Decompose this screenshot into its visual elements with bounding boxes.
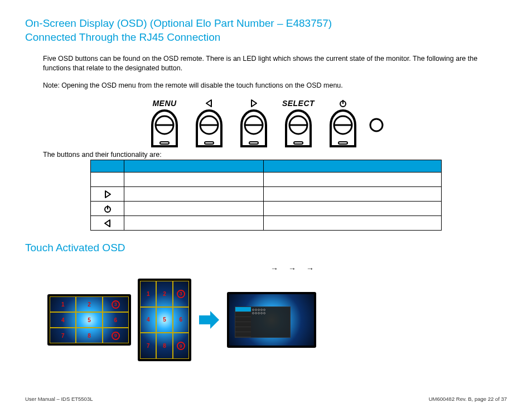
table-header-row — [91, 160, 442, 173]
grid-cell: 9 — [173, 333, 189, 359]
table-row — [91, 202, 442, 216]
grid-cell: 5 — [76, 312, 102, 328]
power-icon — [91, 202, 124, 216]
grid-cell: 8 — [76, 328, 102, 343]
grid-cell: 2 — [76, 296, 102, 312]
monitor-landscape-grid: 1 2 3 4 5 6 7 8 9 — [47, 294, 131, 346]
osd-menu-panel — [235, 306, 291, 338]
heading-line2: Connected Through the RJ45 Connection — [25, 31, 220, 43]
touch-osd-illustration: 1 2 3 4 5 6 7 8 9 1 2 3 4 5 6 7 8 — [47, 279, 507, 361]
triangle-right-icon — [91, 187, 124, 202]
grid-cell: 5 — [156, 307, 172, 333]
table-intro: The buttons and their functionality are: — [43, 151, 507, 159]
button-function-table — [90, 160, 442, 231]
circled-3: 3 — [112, 300, 120, 309]
circled-3: 3 — [177, 290, 185, 298]
svg-rect-8 — [249, 142, 258, 144]
osd-button-shape — [282, 108, 315, 147]
osd-button-shape — [148, 108, 181, 147]
svg-rect-5 — [205, 142, 214, 144]
grid-cell: 8 — [156, 333, 172, 359]
led-circle-icon — [369, 108, 386, 147]
osd-button-shape — [192, 108, 226, 147]
osd-left-button — [190, 98, 229, 147]
osd-side-menu — [235, 307, 251, 337]
grid-cell: 7 — [140, 333, 156, 359]
svg-rect-11 — [294, 142, 303, 144]
circled-9: 9 — [177, 342, 185, 350]
footer-left: User Manual – IDS ET5503L — [25, 396, 93, 402]
grid-cell: 1 — [50, 296, 76, 312]
table-row — [91, 187, 442, 202]
grid-cell: 4 — [50, 312, 76, 328]
grid-cell: 6 — [173, 307, 189, 333]
grid-cell: 7 — [50, 328, 76, 343]
touch-grid: 1 2 3 4 5 6 7 8 9 — [50, 296, 129, 343]
osd-select-button: SELECT — [279, 98, 318, 147]
arrow-sequence: → → → — [270, 264, 507, 273]
osd-button-shape — [326, 108, 360, 147]
grid-cell: 9 — [103, 328, 129, 343]
big-arrow-icon — [198, 309, 220, 331]
osd-menu-button: MENU — [145, 98, 184, 147]
monitor-osd-shown — [227, 292, 316, 348]
grid-cell: 3 — [173, 281, 189, 307]
power-icon — [338, 98, 347, 108]
triangle-right-icon — [250, 98, 258, 108]
osd-right-button — [234, 98, 273, 147]
intro-paragraph: Five OSD buttons can be found on the OSD… — [43, 54, 507, 73]
svg-point-17 — [370, 119, 383, 131]
note-paragraph: Note: Opening the OSD menu from the remo… — [43, 81, 507, 90]
osd-main-panel — [251, 307, 290, 337]
arrow-right-icon: → — [288, 264, 296, 273]
menu-label: MENU — [152, 98, 176, 108]
grid-cell: 2 — [156, 281, 172, 307]
osd-led-indicator — [368, 98, 387, 147]
touch-grid: 1 2 3 4 5 6 7 8 9 — [140, 281, 189, 359]
select-label: SELECT — [282, 98, 315, 108]
grid-cell: 3 — [103, 296, 129, 312]
page-footer: User Manual – IDS ET5503L UM600482 Rev. … — [25, 396, 507, 402]
table-row — [91, 173, 442, 187]
triangle-left-icon — [91, 216, 124, 231]
grid-cell: 1 — [140, 281, 156, 307]
table-row — [91, 216, 442, 231]
osd-button-shape — [237, 108, 270, 147]
section-heading: On-Screen Display (OSD) (Optional Elo Pa… — [25, 17, 507, 44]
footer-right: UM600482 Rev. B, page 22 of 37 — [429, 396, 507, 402]
heading-line1: On-Screen Display (OSD) (Optional Elo Pa… — [25, 17, 332, 29]
circled-9: 9 — [112, 332, 120, 340]
grid-cell: 6 — [103, 312, 129, 328]
section-heading-2: Touch Activated OSD — [25, 242, 507, 254]
triangle-left-icon — [205, 98, 213, 108]
monitor-portrait-grid: 1 2 3 4 5 6 7 8 9 — [138, 279, 191, 361]
grid-cell: 4 — [140, 307, 156, 333]
osd-button-row: MENU SELECT — [25, 98, 507, 147]
osd-power-button — [323, 98, 362, 147]
svg-rect-16 — [338, 142, 347, 144]
arrow-right-icon: → — [306, 264, 314, 273]
svg-rect-2 — [160, 142, 169, 144]
arrow-right-icon: → — [270, 264, 278, 273]
